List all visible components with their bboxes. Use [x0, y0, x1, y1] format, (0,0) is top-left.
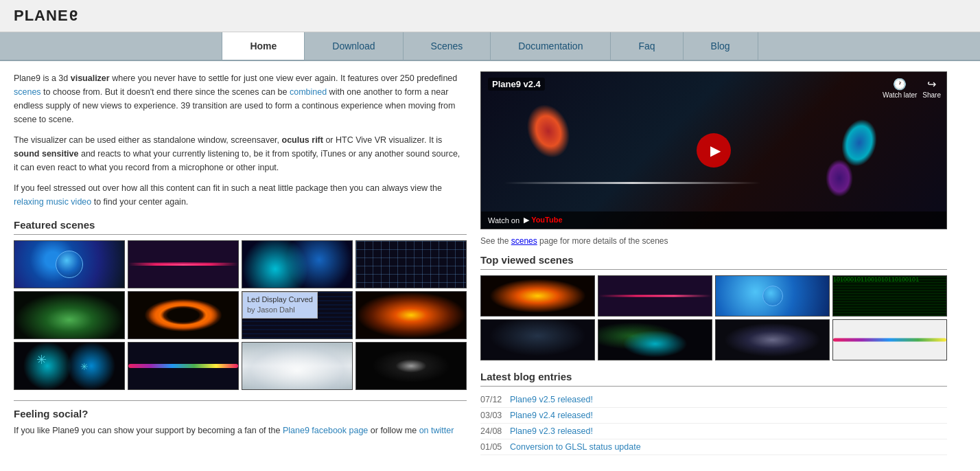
- scene-row-3: ✳ ✳: [14, 342, 467, 390]
- blog-entry-1: 07/12 Plane9 v2.5 released!: [480, 392, 947, 408]
- scene-thumb-stars[interactable]: [242, 240, 353, 288]
- bold-oculus: oculus rift: [282, 135, 323, 145]
- blog-date-2: 03/03: [480, 411, 504, 420]
- scene-thumb-pink-wave[interactable]: [128, 240, 239, 288]
- scene-thumb-green-particles[interactable]: [14, 291, 125, 339]
- watch-later-label: Watch later: [883, 91, 917, 99]
- site-logo: PLANE9: [14, 7, 966, 25]
- top-thumb-7[interactable]: [715, 319, 830, 360]
- blog-link-2[interactable]: Plane9 v2.4 released!: [510, 411, 593, 420]
- link-facebook[interactable]: Plane9 facebook page: [283, 426, 368, 435]
- video-title: Plane9 v2.4: [488, 78, 545, 91]
- top-thumb-4[interactable]: 1010001011001010110100101: [832, 275, 947, 317]
- scene-thumb-earth[interactable]: [14, 240, 125, 288]
- top-thumb-8[interactable]: [832, 319, 947, 360]
- link-scenes-page[interactable]: scenes: [511, 236, 537, 246]
- blog-section: Latest blog entries 07/12 Plane9 v2.5 re…: [480, 371, 947, 455]
- top-thumb-3[interactable]: [715, 275, 830, 317]
- social-section: Feeling social? If you like Plane9 you c…: [14, 400, 467, 437]
- top-thumb-1[interactable]: [480, 275, 595, 317]
- watch-later-button[interactable]: 🕐 Watch later: [883, 78, 917, 99]
- scene-row-1: [14, 240, 467, 288]
- bold-sound: sound sensitive: [14, 149, 78, 159]
- nav-scenes[interactable]: Scenes: [404, 32, 491, 60]
- blog-entry-4: 01/05 Conversion to GLSL status update: [480, 439, 947, 455]
- video-embed[interactable]: Plane9 v2.4 🕐 Watch later ↪ Share Watch …: [480, 71, 947, 229]
- scene-thumb-colorful-worm[interactable]: [128, 342, 239, 390]
- blog-entry-2: 03/03 Plane9 v2.4 released!: [480, 408, 947, 424]
- scene-thumb-dark-burst[interactable]: [355, 342, 467, 390]
- featured-scenes-title: Featured scenes: [14, 219, 467, 235]
- scenes-link-text: See the scenes page for more details of …: [480, 236, 947, 246]
- scene-thumb-led-display[interactable]: Led Display Curved by Jason Dahl: [242, 291, 353, 339]
- link-twitter[interactable]: on twitter: [419, 426, 454, 435]
- blog-date-3: 24/08: [480, 426, 504, 436]
- main-content: Plane9 is a 3d visualizer where you neve…: [0, 61, 961, 466]
- blog-entry-3: 24/08 Plane9 v2.3 released!: [480, 424, 947, 439]
- share-button[interactable]: ↪ Share: [922, 78, 941, 99]
- watch-on-label: Watch on: [488, 216, 520, 225]
- blog-date-4: 01/05: [480, 442, 504, 452]
- top-viewed-section: Top viewed scenes: [480, 254, 947, 360]
- share-label: Share: [922, 91, 941, 99]
- scene-thumb-grid[interactable]: [355, 240, 467, 288]
- video-controls: 🕐 Watch later ↪ Share: [883, 78, 941, 99]
- blog-date-1: 07/12: [480, 395, 504, 404]
- scene-thumb-blue-snowflakes[interactable]: ✳ ✳: [14, 342, 125, 390]
- youtube-bar: Watch on ▶ YouTube: [481, 211, 946, 229]
- social-text: If you like Plane9 you can show your sup…: [14, 424, 467, 437]
- video-container: Plane9 v2.4 🕐 Watch later ↪ Share Watch …: [480, 71, 947, 229]
- nav-blog[interactable]: Blog: [684, 32, 758, 60]
- blog-title: Latest blog entries: [480, 371, 947, 387]
- clock-icon: 🕐: [883, 78, 917, 91]
- scene-row-2: Led Display Curved by Jason Dahl: [14, 291, 467, 339]
- top-thumb-6[interactable]: [598, 319, 712, 360]
- link-combined[interactable]: combined: [290, 87, 327, 97]
- scene-thumb-brown-burst[interactable]: [355, 291, 467, 339]
- play-button[interactable]: [697, 133, 731, 168]
- tooltip-led-title: Led Display Curved: [247, 295, 313, 305]
- top-viewed-title: Top viewed scenes: [480, 254, 947, 270]
- top-grid-row2: [480, 319, 947, 360]
- top-grid-row1: 1010001011001010110100101: [480, 275, 947, 317]
- intro-text: Plane9 is a 3d visualizer where you neve…: [14, 71, 467, 209]
- nav-faq[interactable]: Faq: [611, 32, 683, 60]
- social-title: Feeling social?: [14, 408, 467, 420]
- nav-download[interactable]: Download: [305, 32, 403, 60]
- scene-thumb-orange-ring[interactable]: [128, 291, 239, 339]
- blog-link-4[interactable]: Conversion to GLSL status update: [510, 442, 641, 452]
- blog-link-3[interactable]: Plane9 v2.3 released!: [510, 426, 593, 436]
- link-relaxing[interactable]: relaxing music video: [14, 197, 91, 207]
- nav-documentation[interactable]: Documentation: [491, 32, 611, 60]
- nav-home[interactable]: Home: [222, 32, 305, 60]
- header: PLANE9: [0, 0, 980, 32]
- scene-thumb-clouds[interactable]: [242, 342, 353, 390]
- top-thumb-2[interactable]: [598, 275, 712, 317]
- tooltip-led-author: by Jason Dahl: [247, 305, 313, 315]
- featured-scenes-section: Featured scenes: [14, 219, 467, 390]
- bold-visualizer: visualizer: [71, 73, 110, 83]
- top-thumb-5[interactable]: [480, 319, 595, 360]
- navigation: Home Download Scenes Documentation Faq B…: [0, 32, 980, 61]
- left-column: Plane9 is a 3d visualizer where you neve…: [14, 71, 467, 455]
- blog-link-1[interactable]: Plane9 v2.5 released!: [510, 395, 593, 404]
- share-icon: ↪: [922, 78, 941, 91]
- youtube-logo: ▶ YouTube: [524, 216, 562, 225]
- right-column: Plane9 v2.4 🕐 Watch later ↪ Share Watch …: [480, 71, 947, 455]
- link-scenes[interactable]: scenes: [14, 87, 41, 97]
